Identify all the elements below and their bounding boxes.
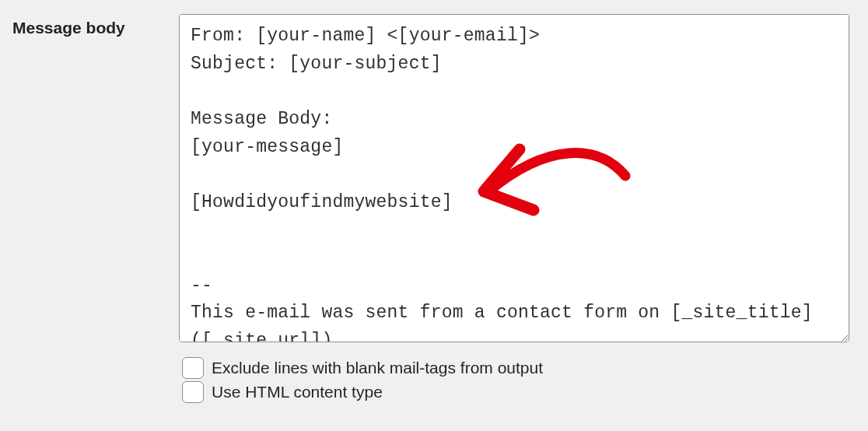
message-body-options: Exclude lines with blank mail-tags from … xyxy=(179,345,849,405)
use-html-checkbox[interactable] xyxy=(182,381,204,403)
use-html-label[interactable]: Use HTML content type xyxy=(212,383,383,401)
message-body-row: Message body Exclude lines with blank ma… xyxy=(0,0,868,405)
exclude-blank-label[interactable]: Exclude lines with blank mail-tags from … xyxy=(212,359,543,377)
exclude-blank-checkbox[interactable] xyxy=(182,357,204,379)
message-body-label: Message body xyxy=(12,14,179,37)
message-body-field-wrap: Exclude lines with blank mail-tags from … xyxy=(179,14,849,405)
use-html-option: Use HTML content type xyxy=(182,381,849,403)
exclude-blank-option: Exclude lines with blank mail-tags from … xyxy=(182,357,849,379)
message-body-textarea[interactable] xyxy=(179,14,849,342)
